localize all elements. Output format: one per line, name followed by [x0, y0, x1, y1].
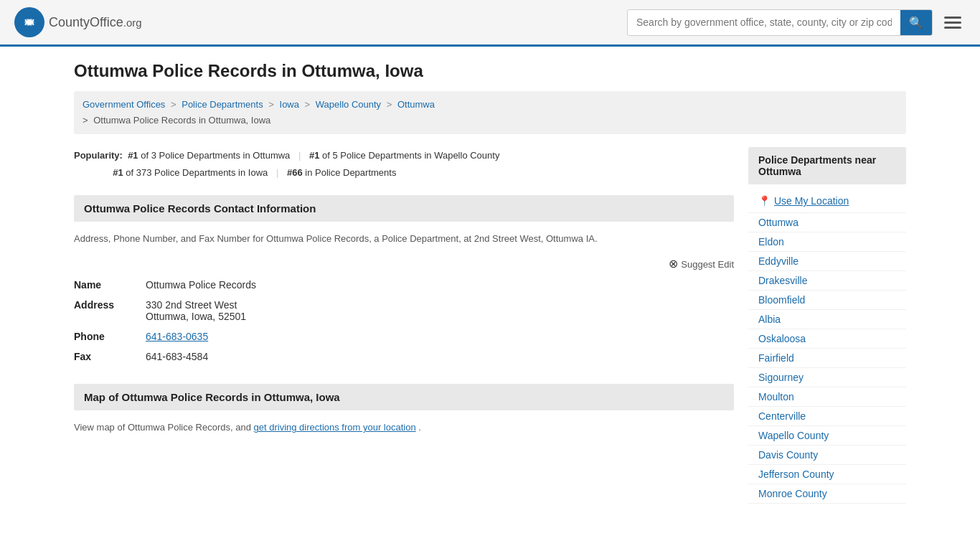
contact-section-header: Ottumwa Police Records Contact Informati…: [74, 195, 734, 222]
name-label: Name: [74, 275, 146, 295]
sidebar-item-link[interactable]: Sigourney: [758, 372, 804, 383]
breadcrumb: Government Offices > Police Departments …: [74, 91, 906, 134]
breadcrumb-separator: >: [387, 99, 392, 110]
search-icon: 🔍: [909, 17, 923, 29]
map-desc-text: View map of Ottumwa Police Records, and: [74, 422, 251, 433]
breadcrumb-separator: >: [171, 99, 176, 110]
list-item: Eddyville: [748, 252, 906, 271]
contact-description: Address, Phone Number, and Fax Number fo…: [74, 232, 734, 246]
use-location-link[interactable]: Use My Location: [774, 195, 849, 207]
list-item: Albia: [748, 310, 906, 329]
main-container: Ottumwa Police Records in Ottumwa, Iowa …: [60, 47, 920, 518]
sidebar: Police Departments near Ottumwa 📍 Use My…: [748, 147, 906, 504]
rank2: #1: [309, 150, 319, 161]
breadcrumb-link[interactable]: Ottumwa: [397, 99, 435, 110]
suggest-edit-icon: ⊗: [669, 258, 678, 270]
table-row: Address 330 2nd Street West Ottumwa, Iow…: [74, 295, 734, 326]
suggest-edit-area: ⊗ Suggest Edit: [74, 257, 734, 275]
breadcrumb-link[interactable]: Wapello County: [316, 99, 381, 110]
logo-area: CountyOffice.org: [14, 7, 142, 37]
list-item: Oskaloosa: [748, 329, 906, 349]
menu-button[interactable]: [940, 12, 966, 33]
list-item: Monroe County: [748, 484, 906, 504]
use-location-row: 📍 Use My Location: [748, 192, 906, 213]
phone-link[interactable]: 641-683-0635: [146, 331, 208, 342]
rank1-text: of 3 Police Departments in Ottumwa: [141, 150, 290, 161]
fax-label: Fax: [74, 347, 146, 367]
rank2-text: of 5 Police Departments in Wapello Count…: [322, 150, 499, 161]
menu-line: [944, 17, 961, 19]
sidebar-item-link[interactable]: Monroe County: [758, 488, 827, 499]
main-content: Popularity: #1 of 3 Police Departments i…: [74, 147, 734, 435]
svg-point-1: [27, 19, 32, 25]
breadcrumb-link[interactable]: Iowa: [280, 99, 299, 110]
list-item: Fairfield: [748, 349, 906, 368]
fax-value: 641-683-4584: [146, 347, 734, 367]
address-line1: 330 2nd Street West: [146, 299, 237, 311]
sidebar-item-link[interactable]: Eddyville: [758, 255, 798, 267]
sidebar-item-link[interactable]: Eldon: [758, 236, 784, 248]
driving-directions-link[interactable]: get driving directions from your locatio…: [254, 422, 416, 433]
sidebar-item-link[interactable]: Jefferson County: [758, 468, 834, 480]
rank4-text: in Police Departments: [305, 167, 396, 178]
location-pin-icon: 📍: [758, 195, 771, 207]
table-row: Phone 641-683-0635: [74, 326, 734, 347]
popularity-section: Popularity: #1 of 3 Police Departments i…: [74, 147, 734, 181]
suggest-edit-link[interactable]: Suggest Edit: [681, 259, 734, 270]
sidebar-item-link[interactable]: Albia: [758, 314, 781, 325]
list-item: Sigourney: [748, 368, 906, 387]
sidebar-item-link[interactable]: Fairfield: [758, 352, 794, 364]
sidebar-header: Police Departments near Ottumwa: [748, 147, 906, 184]
list-item: Davis County: [748, 446, 906, 465]
address-label: Address: [74, 295, 146, 326]
breadcrumb-separator: >: [268, 99, 274, 110]
popularity-label: Popularity:: [74, 150, 123, 161]
list-item: Bloomfield: [748, 291, 906, 310]
table-row: Fax 641-683-4584: [74, 347, 734, 367]
phone-label: Phone: [74, 326, 146, 347]
map-section-header: Map of Ottumwa Police Records in Ottumwa…: [74, 384, 734, 410]
search-input[interactable]: [628, 11, 900, 34]
list-item: Ottumwa: [748, 213, 906, 232]
list-item: Drakesville: [748, 271, 906, 291]
site-header: CountyOffice.org 🔍: [0, 0, 980, 47]
list-item: Jefferson County: [748, 465, 906, 484]
map-description: View map of Ottumwa Police Records, and …: [74, 420, 734, 435]
breadcrumb-arrow: >: [83, 115, 88, 126]
header-right: 🔍: [627, 9, 966, 36]
sidebar-item-link[interactable]: Centerville: [758, 410, 806, 422]
logo-text: CountyOffice.org: [49, 15, 142, 30]
content-wrap: Popularity: #1 of 3 Police Departments i…: [74, 147, 906, 504]
page-title: Ottumwa Police Records in Ottumwa, Iowa: [74, 61, 906, 81]
sidebar-item-link[interactable]: Ottumwa: [758, 217, 798, 228]
breadcrumb-link[interactable]: Government Offices: [83, 99, 165, 110]
address-value: 330 2nd Street West Ottumwa, Iowa, 52501: [146, 295, 734, 326]
sidebar-item-link[interactable]: Davis County: [758, 449, 818, 461]
sidebar-item-link[interactable]: Drakesville: [758, 275, 807, 286]
search-bar: 🔍: [627, 9, 933, 36]
table-row: Name Ottumwa Police Records: [74, 275, 734, 295]
list-item: Centerville: [748, 407, 906, 426]
breadcrumb-current: Ottumwa Police Records in Ottumwa, Iowa: [93, 115, 270, 126]
list-item: Moulton: [748, 387, 906, 407]
sidebar-item-link[interactable]: Wapello County: [758, 430, 829, 441]
list-item: Wapello County: [748, 426, 906, 446]
sidebar-item-link[interactable]: Moulton: [758, 391, 794, 402]
address-line2: Ottumwa, Iowa, 52501: [146, 311, 246, 322]
breadcrumb-separator: >: [305, 99, 311, 110]
sidebar-item-link[interactable]: Bloomfield: [758, 294, 805, 306]
menu-line: [944, 27, 961, 29]
breadcrumb-link[interactable]: Police Departments: [182, 99, 263, 110]
sidebar-list: OttumwaEldonEddyvilleDrakesvilleBloomfie…: [748, 213, 906, 504]
rank1: #1: [128, 150, 138, 161]
rank3-text: of 373 Police Departments in Iowa: [126, 167, 268, 178]
map-desc-end: .: [418, 422, 421, 433]
contact-table: Name Ottumwa Police Records Address 330 …: [74, 275, 734, 367]
menu-line: [944, 22, 961, 24]
phone-value: 641-683-0635: [146, 326, 734, 347]
rank3: #1: [113, 167, 123, 178]
logo-icon: [14, 7, 44, 37]
name-value: Ottumwa Police Records: [146, 275, 734, 295]
sidebar-item-link[interactable]: Oskaloosa: [758, 333, 806, 344]
search-button[interactable]: 🔍: [900, 10, 932, 35]
